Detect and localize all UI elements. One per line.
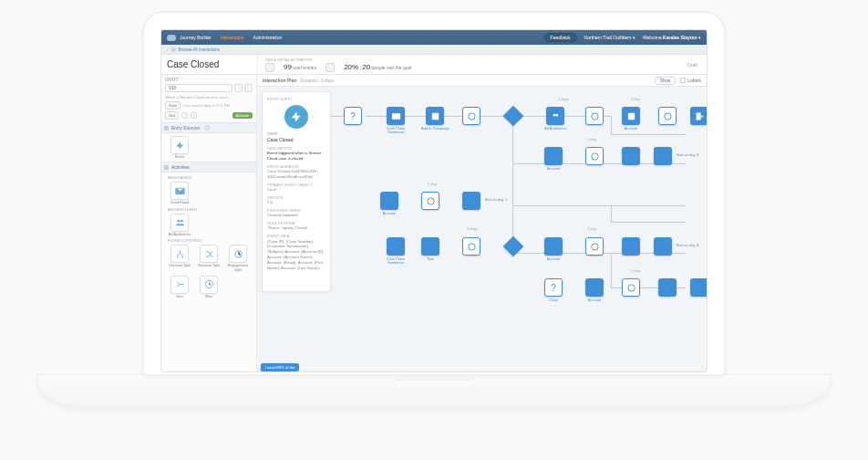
tile-random-split[interactable]: Random Split: [196, 245, 222, 272]
svg-point-4: [468, 112, 474, 119]
tile-event[interactable]: Event: [167, 136, 192, 159]
save-button[interactable]: Save: [165, 101, 181, 110]
node-wait-3[interactable]: [658, 107, 677, 125]
node-account-4[interactable]: Account: [544, 237, 563, 261]
back-icon[interactable]: ‹: [167, 47, 169, 52]
redo-icon[interactable]: [191, 112, 197, 119]
draft-label: DRAFT: [165, 78, 253, 82]
node-wait-4[interactable]: [585, 147, 604, 165]
entry-data: (Case ID); (Case Number); (Customer Sati…: [267, 239, 326, 271]
nav-interactions[interactable]: Interactions: [221, 35, 244, 40]
breadcrumb: ‹ ▤ Browse All Interactions: [161, 45, 707, 55]
section-activities[interactable]: Activities: [161, 162, 256, 172]
sub-flow: FLOW CONTROL: [168, 238, 253, 243]
svg-point-1: [180, 220, 182, 223]
node-exit-1[interactable]: [690, 107, 707, 125]
node-close-sentiment-2[interactable]: Case Close Sentiment: [380, 237, 411, 265]
node-exit-4[interactable]: [654, 237, 672, 256]
node-account-2b[interactable]: [622, 147, 640, 165]
tile-wait[interactable]: Wait: [196, 276, 222, 298]
tile-engagement-split[interactable]: Engagement Split: [225, 245, 251, 272]
settings-icon[interactable]: [234, 84, 243, 92]
breadcrumb-link[interactable]: Browse All Interactions: [179, 47, 221, 52]
delete-icon[interactable]: [244, 84, 253, 92]
version-select[interactable]: V10: [165, 84, 232, 92]
duration-1day-2: 1 day: [587, 137, 596, 141]
node-decision-1[interactable]: ?: [344, 107, 362, 125]
user-menu[interactable]: Welcome Karalee Slayton ▾: [643, 35, 701, 40]
node-account-1[interactable]: Account: [622, 107, 640, 131]
goal-label: people met the goal: [372, 65, 412, 70]
audience-icon: [175, 217, 185, 227]
node-ad-audiences[interactable]: Ad Audiences: [544, 107, 566, 131]
entry-audience: Case Closed-7a447f60-c037-4041-aeafc60ad…: [267, 169, 326, 180]
svg-point-10: [427, 197, 433, 204]
svg-point-8: [664, 112, 670, 119]
org-switcher[interactable]: Northern Trail Outfitters ▾: [584, 35, 636, 40]
node-task[interactable]: Task: [421, 237, 439, 261]
stats-since-label: SINCE INITIAL ACTIVATION: [265, 58, 411, 62]
exit-label-1: Exit on day 3: [677, 152, 698, 157]
tile-decision-split[interactable]: Decision Split: [167, 245, 192, 272]
section-entry-sources[interactable]: Entry Sourcesi: [161, 122, 256, 133]
app-screen: Journey Builder Interactions Administrat…: [160, 29, 708, 372]
title-bar: Case Closed SINCE INITIAL ACTIVATION 99 …: [161, 55, 707, 75]
entry-version: 2.0: [267, 200, 326, 205]
node-account-5[interactable]: Account: [585, 278, 604, 302]
node-wait-5[interactable]: [421, 192, 439, 210]
laptop-base: [37, 374, 831, 407]
node-exit-5[interactable]: [690, 278, 707, 297]
entry-fire: Created;Updated;: [267, 213, 326, 218]
node-account-3[interactable]: Account: [380, 192, 398, 215]
svg-point-5: [553, 113, 555, 116]
nav-administration[interactable]: Administration: [253, 35, 283, 40]
node-wait-8[interactable]: [622, 278, 640, 297]
entry-event-card[interactable]: ENTRY EVENT NAMECase Closed DESCRIPTIONE…: [262, 91, 331, 292]
plan-title: Interaction Plan: [263, 78, 297, 83]
node-wait-7[interactable]: [585, 237, 604, 256]
feedback-button[interactable]: Feedback: [544, 33, 577, 42]
svg-point-13: [627, 284, 634, 290]
svg-point-9: [591, 152, 597, 159]
entry-event-icon: [284, 105, 308, 129]
node-account-2[interactable]: Account: [544, 147, 563, 171]
labels-toggle[interactable]: Labels: [680, 78, 701, 83]
node-diamond-2[interactable]: [506, 239, 521, 254]
plan-header: Interaction Plan Duration: 3 days Show L…: [257, 75, 707, 87]
tile-join[interactable]: Join: [167, 276, 192, 298]
tree-icon[interactable]: ▤: [171, 47, 176, 52]
duration-1day-3: 1 day: [428, 182, 437, 186]
journey-canvas[interactable]: Interaction Plan Duration: 3 days Show L…: [257, 75, 707, 371]
node-wait-2[interactable]: [585, 107, 604, 125]
node-wait-6[interactable]: [462, 237, 480, 256]
info-icon[interactable]: i: [204, 125, 210, 131]
node-account-5b[interactable]: [658, 278, 677, 297]
node-diamond-1[interactable]: [506, 109, 521, 123]
duration-1day-5: 1 day: [631, 268, 640, 273]
left-panel: DRAFT V10 When a Service Cloud case is c…: [161, 75, 257, 371]
activate-button[interactable]: Activate: [232, 112, 253, 119]
duration-1day-4: 1 day: [587, 226, 596, 231]
envelope-icon: [175, 186, 185, 196]
last-saved: Last saved today at 2:21 PM: [183, 103, 230, 108]
entry-object: Case: [267, 187, 326, 193]
node-account-4b[interactable]: [622, 237, 640, 256]
global-header: Journey Builder Interactions Administrat…: [161, 30, 707, 45]
svg-point-7: [591, 112, 597, 119]
test-button[interactable]: Test: [165, 111, 179, 120]
tile-ad-audiences[interactable]: Ad Audiences: [167, 214, 192, 236]
node-exit-3[interactable]: [462, 192, 480, 210]
node-case[interactable]: ?Case: [544, 278, 563, 302]
salesforce-cloud-icon: [167, 35, 176, 41]
entry-desc: Event triggered when a Service Cloud cas…: [267, 151, 326, 162]
goal-icon: [326, 63, 335, 72]
node-close-sentiment-1[interactable]: Case Close Sentiment: [380, 107, 411, 134]
node-exit-2[interactable]: [654, 147, 672, 165]
show-button[interactable]: Show: [655, 77, 676, 85]
node-add-campaign[interactable]: Add to Campaign: [421, 107, 450, 131]
node-wait-1[interactable]: [462, 107, 480, 125]
entries-icon: [265, 63, 274, 72]
decision-icon: [175, 249, 185, 259]
undo-icon[interactable]: [181, 112, 188, 119]
tile-send-email[interactable]: Send Email: [167, 182, 192, 204]
